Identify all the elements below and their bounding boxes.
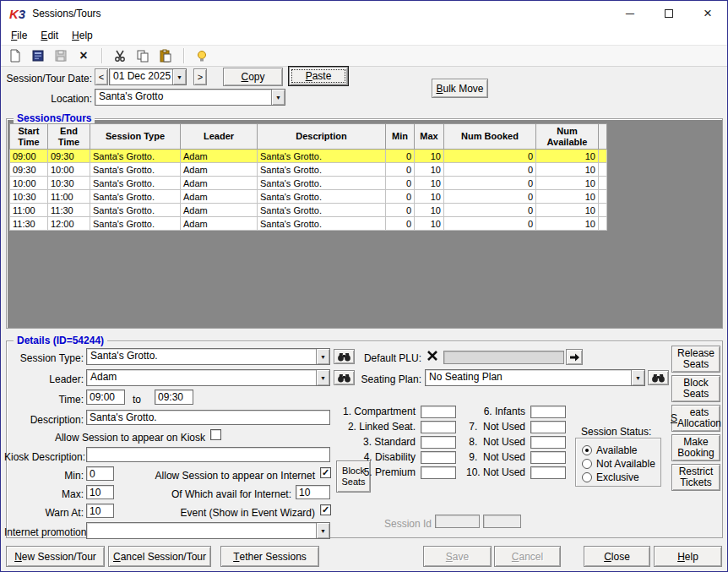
dropdown-arrow-icon[interactable]: ▼ xyxy=(316,349,329,364)
min-label: Min: xyxy=(4,469,84,482)
seat-class-input[interactable] xyxy=(530,421,566,433)
time-to-input[interactable] xyxy=(155,390,193,405)
status-option-exclusive[interactable]: Exclusive xyxy=(582,471,660,484)
date-next-button[interactable]: > xyxy=(193,68,207,85)
leader-select[interactable]: Adam ▼ xyxy=(86,369,330,386)
warn-at-input[interactable] xyxy=(86,504,114,518)
close-icon[interactable]: × xyxy=(688,1,727,26)
radio-icon xyxy=(582,472,592,482)
column-header[interactable]: Num Available xyxy=(536,124,599,150)
seat-class-input[interactable] xyxy=(421,421,456,433)
table-cell: 11:30 xyxy=(48,204,90,217)
dropdown-arrow-icon[interactable]: ▼ xyxy=(316,370,329,385)
new-document-icon[interactable] xyxy=(6,47,24,64)
table-cell: 10 xyxy=(536,217,599,231)
seating-plan-label: Seating Plan: xyxy=(356,373,421,386)
table-cell: 0 xyxy=(444,217,536,231)
status-option-available[interactable]: Available xyxy=(582,444,660,457)
paste-button[interactable]: Paste xyxy=(288,66,349,86)
column-header[interactable]: Num Booked xyxy=(444,124,536,150)
maximize-icon[interactable] xyxy=(649,1,688,26)
seat-class-label: 3. Standard xyxy=(325,436,421,448)
seat-class-input[interactable] xyxy=(530,436,566,449)
restrict-tickets-button[interactable]: Restrict Tickets xyxy=(671,464,720,491)
session-type-select[interactable]: Santa's Grotto. ▼ xyxy=(86,348,330,365)
time-to-word: to xyxy=(133,393,149,406)
column-header[interactable]: Description xyxy=(258,124,386,150)
max-label: Max: xyxy=(4,488,84,501)
make-booking-button[interactable]: Make Booking xyxy=(671,434,720,461)
seat-class-label: 9. Not Used xyxy=(463,451,530,463)
copy-button[interactable]: Copy xyxy=(223,68,283,86)
event-checkbox[interactable] xyxy=(320,504,331,515)
seat-class-input[interactable] xyxy=(530,406,566,418)
column-header[interactable]: Min xyxy=(386,124,415,150)
dropdown-arrow-icon[interactable]: ▼ xyxy=(172,69,186,84)
column-header[interactable]: Max xyxy=(415,124,444,150)
minimize-icon[interactable]: ─ xyxy=(611,1,649,26)
seating-plan-search-button[interactable] xyxy=(648,370,669,385)
table-row[interactable]: 09:0009:30Santa's Grotto.AdamSanta's Gro… xyxy=(10,150,607,163)
new-session-tour-button[interactable]: New Session/Tour xyxy=(6,546,105,567)
seat-class-input[interactable] xyxy=(421,436,456,449)
delete-icon[interactable]: × xyxy=(74,47,93,64)
close-button[interactable]: Close xyxy=(584,546,650,567)
table-row[interactable]: 11:3012:00Santa's Grotto.AdamSanta's Gro… xyxy=(10,217,607,231)
dropdown-arrow-icon[interactable]: ▼ xyxy=(271,90,285,105)
kiosk-checkbox[interactable] xyxy=(210,429,221,440)
menu-file[interactable]: File xyxy=(4,28,34,43)
session-type-value: Santa's Grotto. xyxy=(87,349,316,364)
table-cell: 0 xyxy=(386,190,415,204)
seating-plan-select[interactable]: No Seating Plan ▼ xyxy=(425,369,645,386)
copy-icon[interactable] xyxy=(133,47,152,64)
seat-class-input[interactable] xyxy=(421,466,456,479)
dropdown-arrow-icon[interactable]: ▼ xyxy=(631,370,644,385)
tips-icon[interactable] xyxy=(193,47,211,64)
table-row[interactable]: 09:3010:00Santa's Grotto.AdamSanta's Gro… xyxy=(10,163,607,177)
date-prev-button[interactable]: < xyxy=(95,68,108,85)
plu-assign-button[interactable] xyxy=(566,349,583,365)
seat-class-input[interactable] xyxy=(421,451,456,464)
seat-class-input[interactable] xyxy=(530,451,566,464)
min-input[interactable] xyxy=(86,466,114,481)
leader-search-button[interactable] xyxy=(334,370,355,385)
status-option-not-available[interactable]: Not Available xyxy=(582,457,660,471)
menu-edit[interactable]: Edit xyxy=(34,28,65,43)
table-row[interactable]: 11:0011:30Santa's Grotto.AdamSanta's Gro… xyxy=(10,204,607,217)
print-preview-icon[interactable] xyxy=(29,47,47,64)
help-button[interactable]: Help xyxy=(654,546,722,567)
session-type-search-button[interactable] xyxy=(334,349,355,364)
seat-class-input[interactable] xyxy=(530,466,566,479)
event-check-label: Event (Show in Event Wizard) xyxy=(117,506,315,520)
table-cell: Adam xyxy=(181,190,258,204)
table-cell: 0 xyxy=(444,177,536,190)
menu-help[interactable]: Help xyxy=(65,28,100,43)
seats-allocation-button[interactable]: Seats Allocation xyxy=(671,405,720,432)
column-header[interactable]: Start Time xyxy=(10,124,48,150)
avail-internet-input[interactable] xyxy=(296,485,330,499)
paste-icon[interactable] xyxy=(156,47,175,64)
plu-clear-button[interactable] xyxy=(426,350,440,363)
column-header[interactable]: End Time xyxy=(48,124,90,150)
location-value: Santa's Grotto xyxy=(95,90,271,105)
block-seats-button[interactable]: Block Seats xyxy=(671,375,720,402)
kiosk-description-input[interactable] xyxy=(86,447,330,462)
cut-icon[interactable] xyxy=(111,47,129,64)
dropdown-arrow-icon[interactable]: ▼ xyxy=(316,523,329,538)
internet-promotion-select[interactable]: ▼ xyxy=(86,522,330,539)
bulk-move-button[interactable]: Bulk Move xyxy=(432,79,488,98)
table-row[interactable]: 10:0010:30Santa's Grotto.AdamSanta's Gro… xyxy=(10,177,607,190)
table-row[interactable]: 10:3011:00Santa's Grotto.AdamSanta's Gro… xyxy=(10,190,607,204)
tether-sessions-button[interactable]: Tether Sessions xyxy=(220,546,319,567)
location-select[interactable]: Santa's Grotto ▼ xyxy=(95,89,285,106)
radio-icon xyxy=(582,459,592,469)
column-header[interactable]: Leader xyxy=(181,124,258,150)
max-input[interactable] xyxy=(86,485,114,499)
time-from-input[interactable] xyxy=(86,390,125,405)
seat-class-input[interactable] xyxy=(421,406,456,418)
release-seats-button[interactable]: Release Seats xyxy=(671,346,720,373)
cancel-session-tour-button[interactable]: Cancel Session/Tour xyxy=(108,546,211,567)
date-select[interactable]: 01 Dec 2025 ▼ xyxy=(109,68,187,85)
description-input[interactable] xyxy=(86,410,330,425)
column-header[interactable]: Session Type xyxy=(90,124,181,150)
